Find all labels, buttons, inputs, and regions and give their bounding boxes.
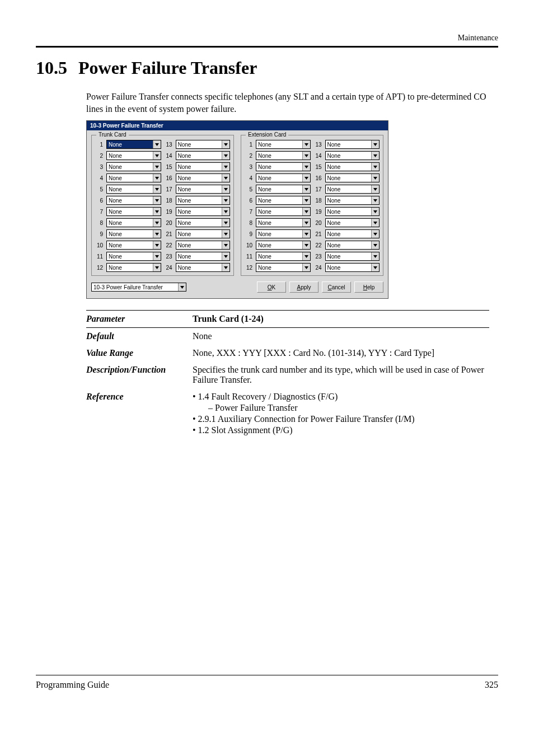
chevron-down-icon xyxy=(178,283,186,291)
trunk-combo[interactable]: None xyxy=(176,162,231,171)
svg-marker-32 xyxy=(305,188,308,191)
svg-marker-11 xyxy=(224,199,228,202)
trunk-combo[interactable]: None xyxy=(176,173,231,182)
help-button[interactable]: Help xyxy=(354,281,383,293)
ext-combo[interactable]: None xyxy=(256,218,311,227)
chevron-down-icon xyxy=(302,241,310,249)
ext-combo[interactable]: None xyxy=(256,196,311,205)
chevron-down-icon xyxy=(222,241,229,249)
ext-combo[interactable]: None xyxy=(325,218,380,227)
trunk-combo[interactable]: None xyxy=(106,173,161,182)
ext-combo[interactable]: None xyxy=(256,229,311,238)
ext-combo[interactable]: None xyxy=(256,151,311,160)
trunk-combo[interactable]: None xyxy=(106,218,161,227)
chevron-down-icon xyxy=(153,185,161,193)
ext-combo[interactable]: None xyxy=(325,196,380,205)
trunk-num: 7 xyxy=(95,209,103,215)
chevron-down-icon xyxy=(302,174,310,182)
trunk-combo[interactable]: None xyxy=(176,207,231,216)
trunk-combo[interactable]: None xyxy=(176,140,231,149)
trunk-num: 9 xyxy=(95,231,103,237)
chevron-down-icon xyxy=(222,152,229,159)
trunk-num: 18 xyxy=(165,198,172,204)
ext-num: 24 xyxy=(314,265,322,271)
ok-button[interactable]: OK xyxy=(257,281,286,293)
chevron-down-icon xyxy=(371,241,379,249)
trunk-combo[interactable]: None xyxy=(106,263,161,272)
ext-combo[interactable]: None xyxy=(325,229,380,238)
ext-combo[interactable]: None xyxy=(256,241,311,250)
ext-value: None xyxy=(256,264,302,271)
trunk-value: None xyxy=(176,208,222,215)
value-range-value: None, XXX : YYY [XXX : Card No. (101-314… xyxy=(193,348,489,358)
trunk-combo[interactable]: None xyxy=(106,162,161,171)
page-selector-value: 10-3 Power Failure Transfer xyxy=(92,283,178,291)
trunk-combo[interactable]: None xyxy=(176,185,231,194)
ext-combo[interactable]: None xyxy=(325,263,380,272)
reference-label: Reference xyxy=(86,392,193,436)
ext-combo[interactable]: None xyxy=(325,173,380,182)
trunk-combo[interactable]: None xyxy=(176,151,231,160)
trunk-num: 2 xyxy=(95,153,103,159)
ext-value: None xyxy=(256,174,302,182)
trunk-combo[interactable]: None xyxy=(106,207,161,216)
ref-item-2: • 2.9.1 Auxiliary Connection for Power F… xyxy=(193,414,489,424)
trunk-combo[interactable]: None xyxy=(176,252,231,261)
ext-num: 14 xyxy=(314,153,322,159)
trunk-combo[interactable]: None xyxy=(176,229,231,238)
ext-combo[interactable]: None xyxy=(256,185,311,194)
ref-item-1-sub: – Power Failure Transfer xyxy=(208,403,489,413)
trunk-combo[interactable]: None xyxy=(106,185,161,194)
ext-num: 6 xyxy=(245,198,252,204)
trunk-combo[interactable]: None xyxy=(176,218,231,227)
trunk-value: None xyxy=(107,252,153,260)
trunk-combo[interactable]: None xyxy=(176,196,231,205)
apply-button[interactable]: Apply xyxy=(289,281,318,293)
svg-marker-9 xyxy=(224,188,228,191)
ext-combo[interactable]: None xyxy=(325,252,380,261)
trunk-value: None xyxy=(176,252,222,260)
chevron-down-icon xyxy=(153,152,161,159)
trunk-combo[interactable]: None xyxy=(106,229,161,238)
ext-combo[interactable]: None xyxy=(256,162,311,171)
trunk-value: None xyxy=(176,196,222,204)
trunk-value: None xyxy=(107,196,153,204)
ext-combo[interactable]: None xyxy=(256,263,311,272)
svg-marker-47 xyxy=(373,266,377,269)
cancel-button[interactable]: Cancel xyxy=(322,281,351,293)
ext-combo[interactable]: None xyxy=(325,207,380,216)
ext-combo[interactable]: None xyxy=(256,173,311,182)
trunk-num: 4 xyxy=(95,175,103,181)
ext-combo[interactable]: None xyxy=(325,162,380,171)
ext-combo[interactable]: None xyxy=(256,140,311,149)
ext-combo[interactable]: None xyxy=(325,185,380,194)
ext-combo[interactable]: None xyxy=(256,252,311,261)
ext-combo[interactable]: None xyxy=(256,207,311,216)
trunk-combo[interactable]: None xyxy=(106,140,161,149)
ext-num: 16 xyxy=(314,175,322,181)
ext-num: 12 xyxy=(245,265,252,271)
svg-marker-13 xyxy=(224,210,228,213)
ext-combo[interactable]: None xyxy=(325,140,380,149)
svg-marker-48 xyxy=(180,286,184,289)
trunk-num: 11 xyxy=(95,253,103,260)
trunk-combo[interactable]: None xyxy=(106,252,161,261)
ref-item-3: • 1.2 Slot Assignment (P/G) xyxy=(193,425,489,435)
trunk-num: 1 xyxy=(95,142,103,148)
trunk-combo[interactable]: None xyxy=(106,196,161,205)
section-name: Power Failure Transfer xyxy=(78,58,257,78)
trunk-combo[interactable]: None xyxy=(106,241,161,250)
chevron-down-icon xyxy=(153,252,161,260)
page-footer: Programming Guide 325 xyxy=(36,675,498,690)
ext-combo[interactable]: None xyxy=(325,151,380,160)
chevron-down-icon xyxy=(371,219,379,227)
svg-marker-6 xyxy=(155,177,159,180)
ext-combo[interactable]: None xyxy=(325,241,380,250)
ext-value: None xyxy=(256,196,302,204)
ext-value: None xyxy=(256,241,302,249)
page-selector[interactable]: 10-3 Power Failure Transfer xyxy=(91,283,186,292)
trunk-combo[interactable]: None xyxy=(106,151,161,160)
trunk-card-group: Trunk Card 1None13None2None14None3None15… xyxy=(91,135,234,276)
trunk-combo[interactable]: None xyxy=(176,241,231,250)
trunk-combo[interactable]: None xyxy=(176,263,231,272)
